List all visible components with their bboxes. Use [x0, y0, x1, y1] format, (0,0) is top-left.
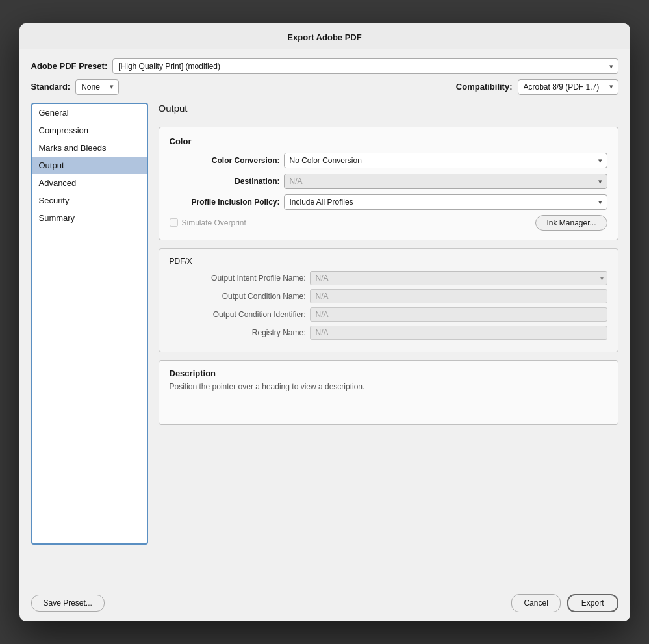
- standard-label: Standard:: [31, 82, 71, 92]
- export-button[interactable]: Export: [567, 594, 618, 612]
- dialog-title: Export Adobe PDF: [287, 32, 361, 42]
- output-intent-label: Output Intent Profile Name:: [170, 274, 306, 283]
- output-intent-row: Output Intent Profile Name: N/A: [170, 271, 607, 285]
- compatibility-select-wrapper: Acrobat 8/9 (PDF 1.7): [518, 79, 618, 95]
- sidebar-item-general[interactable]: General: [32, 104, 147, 122]
- standard-compat-row: Standard: None Compatibility: Acrobat 8/…: [31, 79, 618, 95]
- compatibility-label: Compatibility:: [456, 82, 513, 92]
- section-title: Output: [159, 103, 618, 114]
- sidebar-item-compression[interactable]: Compression: [32, 122, 147, 139]
- preset-select-wrapper: [High Quality Print] (modified): [112, 58, 618, 74]
- top-controls: Adobe PDF Preset: [High Quality Print] (…: [31, 58, 618, 95]
- cancel-button[interactable]: Cancel: [511, 594, 560, 612]
- output-condition-id-label: Output Condition Identifier:: [170, 310, 306, 319]
- dialog-title-bar: Export Adobe PDF: [19, 23, 630, 49]
- profile-row: Profile Inclusion Policy: Include All Pr…: [170, 194, 607, 210]
- simulate-row: Simulate Overprint Ink Manager...: [170, 215, 607, 231]
- preset-label: Adobe PDF Preset:: [31, 61, 108, 71]
- compat-group: Compatibility: Acrobat 8/9 (PDF 1.7): [456, 79, 618, 95]
- destination-label: Destination:: [170, 177, 280, 186]
- sidebar-item-output[interactable]: Output: [32, 157, 147, 174]
- profile-select[interactable]: Include All Profiles: [284, 194, 607, 210]
- simulate-overprint-checkbox[interactable]: [170, 218, 178, 227]
- pdfx-panel: PDF/X Output Intent Profile Name: N/A Ou…: [159, 248, 618, 352]
- footer-right: Cancel Export: [511, 594, 618, 612]
- save-preset-button[interactable]: Save Preset...: [31, 595, 105, 612]
- output-intent-select[interactable]: N/A: [310, 271, 607, 285]
- description-panel: Description Position the pointer over a …: [159, 360, 618, 425]
- standard-select-wrapper: None: [75, 79, 119, 95]
- sidebar-item-security[interactable]: Security: [32, 192, 147, 209]
- standard-select[interactable]: None: [75, 79, 119, 95]
- dialog-footer: Save Preset... Cancel Export: [19, 586, 630, 621]
- description-title: Description: [170, 368, 607, 378]
- color-conversion-label: Color Conversion:: [170, 156, 280, 165]
- sidebar: General Compression Marks and Bleeds Out…: [31, 103, 148, 545]
- compatibility-select[interactable]: Acrobat 8/9 (PDF 1.7): [518, 79, 618, 95]
- dialog-body: Adobe PDF Preset: [High Quality Print] (…: [19, 49, 630, 586]
- content-area: Output Color Color Conversion: No Color …: [148, 103, 618, 575]
- output-condition-name-label: Output Condition Name:: [170, 292, 306, 301]
- output-condition-id-row: Output Condition Identifier: N/A: [170, 307, 607, 322]
- export-pdf-dialog: Export Adobe PDF Adobe PDF Preset: [High…: [19, 23, 630, 621]
- registry-name-value: N/A: [310, 326, 607, 340]
- main-area: General Compression Marks and Bleeds Out…: [31, 103, 618, 575]
- preset-select[interactable]: [High Quality Print] (modified): [112, 58, 618, 74]
- destination-select[interactable]: N/A: [284, 174, 607, 189]
- color-panel-title: Color: [170, 136, 607, 146]
- sidebar-item-marks-and-bleeds[interactable]: Marks and Bleeds: [32, 139, 147, 157]
- color-conversion-row: Color Conversion: No Color Conversion: [170, 153, 607, 168]
- registry-name-row: Registry Name: N/A: [170, 326, 607, 340]
- description-text: Position the pointer over a heading to v…: [170, 382, 607, 391]
- output-condition-id-value: N/A: [310, 307, 607, 322]
- ink-manager-button[interactable]: Ink Manager...: [535, 215, 607, 231]
- profile-label: Profile Inclusion Policy:: [170, 198, 280, 207]
- destination-row: Destination: N/A: [170, 174, 607, 189]
- sidebar-item-advanced[interactable]: Advanced: [32, 174, 147, 192]
- sidebar-item-summary[interactable]: Summary: [32, 209, 147, 227]
- simulate-overprint-label[interactable]: Simulate Overprint: [170, 218, 246, 227]
- destination-select-wrapper: N/A: [284, 174, 607, 189]
- color-conversion-select-wrapper: No Color Conversion: [284, 153, 607, 168]
- pdfx-title: PDF/X: [170, 257, 607, 266]
- output-condition-name-row: Output Condition Name: N/A: [170, 289, 607, 303]
- color-conversion-select[interactable]: No Color Conversion: [284, 153, 607, 168]
- preset-row: Adobe PDF Preset: [High Quality Print] (…: [31, 58, 618, 74]
- profile-select-wrapper: Include All Profiles: [284, 194, 607, 210]
- registry-name-label: Registry Name:: [170, 328, 306, 337]
- color-panel: Color Color Conversion: No Color Convers…: [159, 127, 618, 240]
- output-intent-select-wrapper: N/A: [310, 271, 607, 285]
- output-condition-name-value: N/A: [310, 289, 607, 303]
